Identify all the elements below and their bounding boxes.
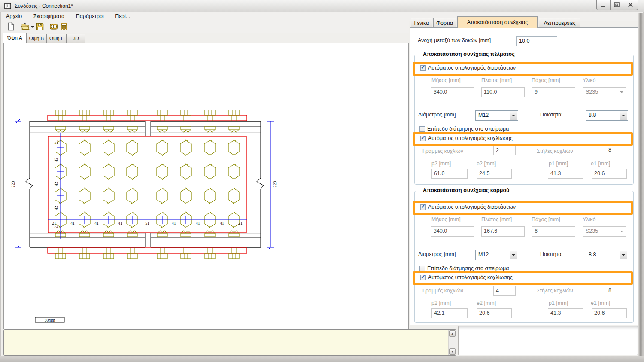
new-document-button[interactable] [6, 22, 16, 32]
flange-cols-input[interactable]: 8 [606, 145, 628, 155]
open-file-icon [21, 22, 30, 31]
chevron-down-icon [510, 251, 517, 259]
bolt-hex [127, 140, 138, 155]
flange-auto-bolts-checkbox[interactable]: ✓ [420, 136, 426, 141]
beam-edge-left [26, 121, 33, 247]
dim-chain-text: 41 [220, 221, 224, 225]
web-quality-label: Ποιότητα [540, 251, 561, 257]
tab-view-3d[interactable]: 3D [66, 34, 85, 43]
message-log[interactable]: ▲ ▼ [3, 329, 456, 356]
binoculars-icon [49, 22, 58, 31]
flange-diameter-select[interactable]: M12 [475, 110, 518, 121]
flange-quality-select[interactable]: 8.8 [586, 110, 628, 121]
bolt-head [181, 110, 191, 115]
web-length-label: Μήκος [mm] [431, 216, 461, 222]
flange-material-select[interactable]: S235 [583, 87, 626, 97]
flange-thickness-input[interactable]: 9 [532, 87, 575, 97]
bolt-head [79, 110, 90, 115]
flange-rows-input[interactable]: 2 [493, 146, 516, 155]
flange-shear-label: Επίπεδο διάτμησης στο σπείρωμα [427, 126, 509, 132]
web-cols-input[interactable]: 8 [606, 286, 628, 295]
scroll-up-button[interactable]: ▲ [449, 330, 456, 337]
bolt-head [103, 110, 114, 115]
flange-length-input[interactable]: 340.0 [431, 87, 474, 97]
flange-p2-label: p2 [mm] [431, 161, 451, 167]
menu-file[interactable]: Αρχείο [1, 12, 27, 21]
web-width-input[interactable]: 167.6 [481, 226, 525, 237]
tab-view-a[interactable]: Όψη A [3, 33, 27, 43]
bolt-hex [228, 140, 240, 155]
tolerance-input[interactable]: 10.0 [516, 36, 557, 46]
menu-sketches[interactable]: Σκαριφήματα [29, 12, 69, 21]
maximize-button[interactable] [610, 0, 624, 10]
web-shear-checkbox[interactable] [419, 266, 425, 271]
menu-about[interactable]: Περί... [110, 12, 135, 21]
web-p1-input[interactable]: 41.3 [548, 308, 583, 318]
bolt-hex [103, 140, 114, 155]
calculator-button[interactable] [59, 22, 70, 32]
bolt-nut [157, 126, 167, 130]
web-thickness-input[interactable]: 6 [532, 226, 575, 237]
web-rows-input[interactable]: 4 [493, 286, 516, 296]
tab-view-b[interactable]: Όψη B [26, 34, 47, 43]
bolt-hex [103, 189, 114, 203]
tab-view-c[interactable]: Όψη Γ [46, 34, 67, 43]
bolt-hex [79, 189, 90, 203]
web-p2-input[interactable]: 42.1 [431, 308, 468, 318]
open-dropdown-arrow[interactable] [31, 26, 34, 28]
tab-continuity[interactable]: Αποκατάσταση συνέχειας [457, 16, 538, 28]
web-material-select[interactable]: S235 [583, 226, 626, 237]
flange-p2-input[interactable]: 61.0 [431, 169, 468, 179]
web-e1-input[interactable]: 20.6 [592, 308, 627, 318]
results-panel [458, 326, 638, 355]
preview-button[interactable] [49, 22, 59, 32]
dim-chain-text: 51 [145, 221, 149, 225]
flange-auto-dims-checkbox[interactable]: ✓ [420, 65, 426, 71]
window-title: Συνδέσεις - Connection1* [15, 3, 73, 9]
save-button[interactable] [35, 22, 46, 32]
tab-loads[interactable]: Φορτία [433, 18, 456, 27]
flange-auto-dims-label: Αυτόματος υπολογισμός διαστάσεων [428, 65, 516, 71]
web-quality-select[interactable]: 8.8 [586, 250, 628, 260]
open-file-button[interactable] [21, 22, 31, 32]
drawing-viewport[interactable]: 220220214141415141414121214242422150mm [3, 43, 409, 329]
bolt-head [205, 110, 215, 115]
flange-e2-input[interactable]: 24.5 [477, 169, 512, 179]
flange-e1-input[interactable]: 20.6 [592, 169, 627, 179]
chevron-down-icon [620, 111, 627, 120]
flange-material-label: Υλικό [583, 77, 595, 83]
flange-width-input[interactable]: 110.0 [481, 87, 525, 97]
chevron-down-icon [618, 88, 626, 97]
bolt-nut [229, 126, 239, 130]
web-e2-input[interactable]: 20.6 [477, 308, 512, 318]
dim-chain-text: 41 [94, 221, 99, 225]
tab-details[interactable]: Λεπτομέρειες [539, 18, 580, 27]
tab-general[interactable]: Γενικά [411, 18, 432, 27]
bolt-hex [180, 140, 191, 155]
bolt-head [55, 253, 66, 259]
dim-chain-text: 42 [54, 182, 58, 186]
web-diameter-select[interactable]: M12 [475, 250, 518, 260]
flange-auto-bolts-label: Αυτόματος υπολογισμός κοχλίωσης [428, 135, 513, 141]
title-bar[interactable]: Συνδέσεις - Connection1* [0, 0, 644, 12]
minimize-button[interactable] [596, 0, 611, 10]
flange-p1-input[interactable]: 41.3 [548, 169, 583, 179]
flange-shear-checkbox[interactable] [419, 126, 425, 132]
bolt-nut [103, 233, 114, 237]
menu-parameters[interactable]: Παράμετροι [71, 12, 109, 21]
dim-chain-text: 41 [118, 221, 122, 225]
minimize-icon [597, 0, 609, 9]
dim-chain-text: 41 [70, 221, 75, 225]
close-button[interactable] [624, 0, 638, 10]
web-auto-bolts-checkbox[interactable]: ✓ [420, 275, 426, 280]
web-p2-label: p2 [mm] [431, 300, 451, 306]
window-controls [597, 0, 638, 10]
web-length-input[interactable]: 340.0 [431, 226, 474, 237]
web-auto-dims-checkbox[interactable]: ✓ [420, 204, 426, 210]
bolt-washer [56, 130, 65, 132]
bolt-hex [157, 189, 168, 203]
flange-quality-label: Ποιότητα [540, 112, 561, 118]
flange-thickness-label: Πάχος [mm] [532, 77, 560, 83]
message-log-scrollbar[interactable]: ▲ ▼ [448, 330, 456, 355]
scroll-down-button[interactable]: ▼ [449, 348, 456, 355]
